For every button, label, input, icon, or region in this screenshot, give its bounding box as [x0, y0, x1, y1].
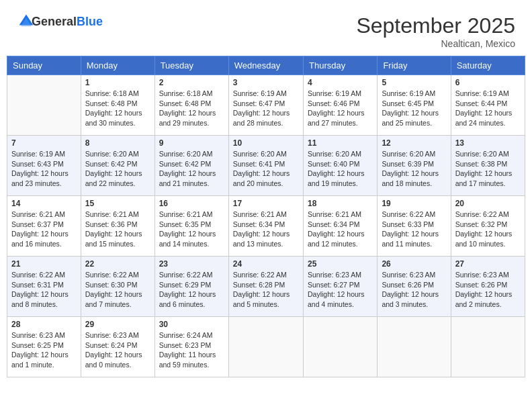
calendar-cell: 8Sunrise: 6:20 AM Sunset: 6:42 PM Daylig… — [81, 136, 154, 196]
day-number: 11 — [308, 138, 373, 148]
calendar-cell: 16Sunrise: 6:21 AM Sunset: 6:35 PM Dayli… — [154, 196, 228, 257]
calendar-week-row: 28Sunrise: 6:23 AM Sunset: 6:25 PM Dayli… — [7, 317, 525, 377]
calendar-cell: 5Sunrise: 6:19 AM Sunset: 6:45 PM Daylig… — [378, 75, 451, 136]
day-number: 22 — [85, 259, 150, 269]
day-info: Sunrise: 6:22 AM Sunset: 6:29 PM Dayligh… — [159, 270, 224, 310]
day-number: 21 — [11, 259, 77, 269]
day-info: Sunrise: 6:24 AM Sunset: 6:23 PM Dayligh… — [159, 330, 224, 370]
day-number: 9 — [159, 138, 224, 148]
calendar-table: SundayMondayTuesdayWednesdayThursdayFrid… — [7, 56, 525, 377]
calendar-cell: 4Sunrise: 6:19 AM Sunset: 6:46 PM Daylig… — [303, 75, 377, 136]
day-number: 12 — [382, 138, 446, 148]
day-number: 16 — [159, 199, 224, 208]
calendar-cell: 30Sunrise: 6:24 AM Sunset: 6:23 PM Dayli… — [154, 317, 228, 377]
calendar-day-header: Monday — [81, 56, 154, 75]
calendar-cell: 14Sunrise: 6:21 AM Sunset: 6:37 PM Dayli… — [7, 196, 81, 257]
calendar-cell: 3Sunrise: 6:19 AM Sunset: 6:47 PM Daylig… — [228, 75, 303, 136]
logo-general: General — [32, 15, 77, 28]
day-info: Sunrise: 6:19 AM Sunset: 6:45 PM Dayligh… — [382, 89, 446, 128]
day-number: 24 — [233, 259, 299, 269]
calendar-cell: 10Sunrise: 6:20 AM Sunset: 6:41 PM Dayli… — [228, 136, 303, 196]
day-info: Sunrise: 6:19 AM Sunset: 6:46 PM Dayligh… — [308, 89, 373, 128]
day-info: Sunrise: 6:21 AM Sunset: 6:35 PM Dayligh… — [159, 210, 224, 249]
calendar-day-header: Tuesday — [154, 56, 228, 75]
day-number: 1 — [85, 78, 150, 87]
calendar-week-row: 14Sunrise: 6:21 AM Sunset: 6:37 PM Dayli… — [7, 196, 525, 257]
day-number: 15 — [85, 199, 150, 208]
day-info: Sunrise: 6:20 AM Sunset: 6:42 PM Dayligh… — [159, 149, 224, 189]
day-info: Sunrise: 6:20 AM Sunset: 6:40 PM Dayligh… — [308, 149, 373, 189]
day-number: 20 — [455, 199, 521, 208]
calendar-week-row: 21Sunrise: 6:22 AM Sunset: 6:31 PM Dayli… — [7, 257, 525, 317]
calendar-cell: 7Sunrise: 6:19 AM Sunset: 6:43 PM Daylig… — [7, 136, 81, 196]
calendar-cell: 25Sunrise: 6:23 AM Sunset: 6:27 PM Dayli… — [303, 257, 377, 317]
calendar-body: 1Sunrise: 6:18 AM Sunset: 6:48 PM Daylig… — [7, 75, 525, 377]
day-number: 23 — [159, 259, 224, 269]
calendar-cell: 18Sunrise: 6:21 AM Sunset: 6:34 PM Dayli… — [303, 196, 377, 257]
calendar-cell: 2Sunrise: 6:18 AM Sunset: 6:48 PM Daylig… — [154, 75, 228, 136]
calendar-cell: 6Sunrise: 6:19 AM Sunset: 6:44 PM Daylig… — [451, 75, 525, 136]
calendar-cell: 13Sunrise: 6:20 AM Sunset: 6:38 PM Dayli… — [451, 136, 525, 196]
calendar-cell — [451, 317, 525, 377]
day-info: Sunrise: 6:21 AM Sunset: 6:34 PM Dayligh… — [308, 210, 373, 249]
day-info: Sunrise: 6:23 AM Sunset: 6:27 PM Dayligh… — [308, 270, 373, 310]
day-number: 2 — [159, 78, 224, 87]
calendar-cell — [303, 317, 377, 377]
day-number: 25 — [308, 259, 373, 269]
day-info: Sunrise: 6:22 AM Sunset: 6:30 PM Dayligh… — [85, 270, 150, 310]
day-info: Sunrise: 6:23 AM Sunset: 6:26 PM Dayligh… — [382, 270, 446, 310]
logo-blue: Blue — [77, 15, 103, 28]
day-info: Sunrise: 6:22 AM Sunset: 6:32 PM Dayligh… — [455, 210, 521, 249]
calendar-cell: 21Sunrise: 6:22 AM Sunset: 6:31 PM Dayli… — [7, 257, 81, 317]
calendar-day-header: Sunday — [7, 56, 81, 75]
day-info: Sunrise: 6:23 AM Sunset: 6:26 PM Dayligh… — [455, 270, 521, 310]
day-number: 8 — [85, 138, 150, 148]
day-info: Sunrise: 6:22 AM Sunset: 6:31 PM Dayligh… — [11, 270, 77, 310]
calendar-header-row: SundayMondayTuesdayWednesdayThursdayFrid… — [7, 56, 525, 75]
calendar-week-row: 7Sunrise: 6:19 AM Sunset: 6:43 PM Daylig… — [7, 136, 525, 196]
day-number: 18 — [308, 199, 373, 208]
calendar-cell: 28Sunrise: 6:23 AM Sunset: 6:25 PM Dayli… — [7, 317, 81, 377]
calendar-cell: 1Sunrise: 6:18 AM Sunset: 6:48 PM Daylig… — [81, 75, 154, 136]
calendar-cell: 17Sunrise: 6:21 AM Sunset: 6:34 PM Dayli… — [228, 196, 303, 257]
day-number: 5 — [382, 78, 446, 87]
day-number: 7 — [11, 138, 77, 148]
day-number: 29 — [85, 320, 150, 329]
day-number: 19 — [382, 199, 446, 208]
calendar-day-header: Saturday — [451, 56, 525, 75]
day-info: Sunrise: 6:22 AM Sunset: 6:28 PM Dayligh… — [233, 270, 299, 310]
day-info: Sunrise: 6:21 AM Sunset: 6:36 PM Dayligh… — [85, 210, 150, 249]
day-number: 6 — [455, 78, 521, 87]
day-number: 14 — [11, 199, 77, 208]
calendar-cell: 15Sunrise: 6:21 AM Sunset: 6:36 PM Dayli… — [81, 196, 154, 257]
day-info: Sunrise: 6:18 AM Sunset: 6:48 PM Dayligh… — [159, 89, 224, 128]
calendar-week-row: 1Sunrise: 6:18 AM Sunset: 6:48 PM Daylig… — [7, 75, 525, 136]
calendar-cell — [228, 317, 303, 377]
calendar-cell: 22Sunrise: 6:22 AM Sunset: 6:30 PM Dayli… — [81, 257, 154, 317]
calendar-cell: 26Sunrise: 6:23 AM Sunset: 6:26 PM Dayli… — [378, 257, 451, 317]
calendar-cell: 11Sunrise: 6:20 AM Sunset: 6:40 PM Dayli… — [303, 136, 377, 196]
day-info: Sunrise: 6:19 AM Sunset: 6:43 PM Dayligh… — [11, 149, 77, 189]
day-info: Sunrise: 6:21 AM Sunset: 6:37 PM Dayligh… — [11, 210, 77, 249]
day-number: 10 — [233, 138, 299, 148]
day-info: Sunrise: 6:19 AM Sunset: 6:47 PM Dayligh… — [233, 89, 299, 128]
day-number: 3 — [233, 78, 299, 87]
calendar-cell: 19Sunrise: 6:22 AM Sunset: 6:33 PM Dayli… — [378, 196, 451, 257]
location: Nealtican, Mexico — [356, 38, 515, 49]
calendar-cell: 12Sunrise: 6:20 AM Sunset: 6:39 PM Dayli… — [378, 136, 451, 196]
day-info: Sunrise: 6:22 AM Sunset: 6:33 PM Dayligh… — [382, 210, 446, 249]
day-info: Sunrise: 6:18 AM Sunset: 6:48 PM Dayligh… — [85, 89, 150, 128]
day-number: 28 — [11, 320, 77, 329]
day-number: 30 — [159, 320, 224, 329]
day-number: 26 — [382, 259, 446, 269]
calendar-cell: 20Sunrise: 6:22 AM Sunset: 6:32 PM Dayli… — [451, 196, 525, 257]
calendar-cell: 24Sunrise: 6:22 AM Sunset: 6:28 PM Dayli… — [228, 257, 303, 317]
day-info: Sunrise: 6:23 AM Sunset: 6:24 PM Dayligh… — [85, 330, 150, 370]
calendar-cell: 29Sunrise: 6:23 AM Sunset: 6:24 PM Dayli… — [81, 317, 154, 377]
title-area: September 2025 Nealtican, Mexico — [356, 13, 515, 49]
calendar-cell: 9Sunrise: 6:20 AM Sunset: 6:42 PM Daylig… — [154, 136, 228, 196]
day-info: Sunrise: 6:23 AM Sunset: 6:25 PM Dayligh… — [11, 330, 77, 370]
calendar-day-header: Thursday — [303, 56, 377, 75]
calendar-cell — [378, 317, 451, 377]
page-header: GeneralBlue September 2025 Nealtican, Me… — [7, 7, 525, 52]
